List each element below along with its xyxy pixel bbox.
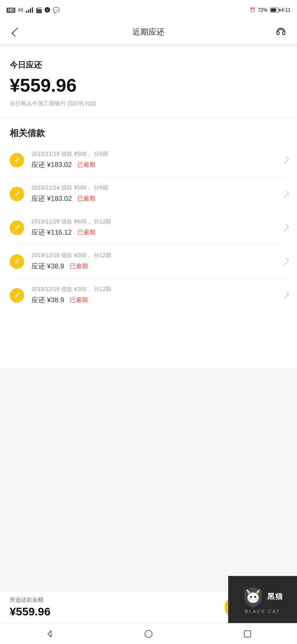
loans-section: 相关借款 ✓ 2019/11/19 借款 ¥500， 分6期 应还 ¥183.0… [10,127,287,312]
loan-amount-row-2: 应还 ¥183.02 已逾期 [31,194,280,203]
section-divider [0,117,297,118]
today-section: 今日应还 ¥559.96 当日将从中国工商银行 (0379) 扣款 [10,60,287,107]
chevron-right-5 [282,291,289,299]
back-arrow-icon [12,27,21,37]
loan-amount-row-5: 应还 ¥38.9 已逾期 [31,295,280,305]
selected-amount-section: 所选还款金额 ¥559.96 [10,597,50,618]
overdue-badge-5: 已逾期 [70,296,88,304]
loan-due-2: 应还 ¥183.02 [31,194,72,203]
nav-back-icon [45,630,54,638]
nav-recent-button[interactable] [198,623,297,644]
loan-header-3: 2019/11/28 借款 ¥600， 分12期 [31,218,280,225]
check-circle-1: ✓ [10,153,24,167]
blackcat-subtext: BLACK CAT [245,609,280,614]
status-left: HD 46 🎬 🅦 💬 [6,7,60,13]
nav-home-button[interactable] [99,623,198,644]
check-mark-5: ✓ [14,292,20,299]
loan-info-4: 2019/12/18 借款 ¥200， 分12期 应还 ¥38.9 已逾期 [31,252,280,271]
nav-back-button[interactable] [0,623,99,644]
status-right: ⏰ 72% 4:11 [250,7,291,13]
svg-marker-0 [48,631,51,637]
loan-due-5: 应还 ¥38.9 [31,295,64,305]
signal-bar-4 [32,7,33,13]
loan-item[interactable]: ✓ 2019/12/18 借款 ¥200， 分12期 应还 ¥38.9 已逾期 [10,245,287,279]
support-button[interactable] [273,24,289,40]
signal-bar-3 [30,8,31,13]
loan-info-1: 2019/11/19 借款 ¥500， 分6期 应还 ¥183.02 已逾期 [31,151,280,169]
chevron-right-3 [282,224,289,231]
check-mark-4: ✓ [14,258,20,265]
signal-bar-1 [26,11,27,13]
today-amount: ¥559.96 [10,74,287,96]
loan-header-1: 2019/11/19 借款 ¥500， 分6期 [31,151,280,158]
loan-item[interactable]: ✓ 2019/12/18 借款 ¥200， 分12期 应还 ¥38.9 已逾期 [10,279,287,312]
overdue-badge-1: 已逾期 [77,161,95,169]
signal-bar-2 [28,10,29,13]
loan-amount-row-4: 应还 ¥38.9 已逾期 [31,262,280,271]
check-mark-1: ✓ [14,157,20,164]
selected-amount: ¥559.96 [10,605,50,618]
overdue-badge-2: 已逾期 [77,195,95,202]
app-icon-2: 🅦 [45,7,50,13]
loans-section-title: 相关借款 [10,127,287,139]
today-label: 今日应还 [10,60,287,70]
loan-amount-row-1: 应还 ¥183.02 已逾期 [31,160,280,169]
alarm-icon: ⏰ [250,7,256,13]
check-mark-2: ✓ [14,190,20,198]
headphone-icon [275,27,287,38]
battery-percent: 72% [258,7,268,13]
signal-bars [26,7,33,13]
battery-icon [270,8,279,12]
loan-header-2: 2019/11/24 借款 ¥500， 分6期 [31,184,280,192]
check-circle-2: ✓ [10,187,24,201]
cat-icon [242,586,264,607]
loan-due-3: 应还 ¥116.12 [31,228,72,237]
loan-item[interactable]: ✓ 2019/11/19 借款 ¥500， 分6期 应还 ¥183.02 已逾期 [10,143,287,177]
page-title: 近期应还 [132,27,165,37]
chevron-right-4 [282,258,289,265]
loan-info-5: 2019/12/18 借款 ¥200， 分12期 应还 ¥38.9 已逾期 [31,286,280,305]
loan-item[interactable]: ✓ 2019/11/24 借款 ¥500， 分6期 应还 ¥183.02 已逾期 [10,177,287,211]
today-desc: 当日将从中国工商银行 (0379) 扣款 [10,100,287,107]
loan-due-4: 应还 ¥38.9 [31,262,64,271]
loan-info-3: 2019/11/28 借款 ¥600， 分12期 应还 ¥116.12 已逾期 [31,218,280,237]
loan-header-5: 2019/12/18 借款 ¥200， 分12期 [31,286,280,293]
battery-fill [271,8,276,12]
overdue-badge-4: 已逾期 [70,262,88,270]
loan-amount-row-3: 应还 ¥116.12 已逾期 [31,228,280,237]
nav-home-icon [144,630,153,638]
svg-point-1 [248,592,259,603]
overdue-badge-3: 已逾期 [77,229,95,236]
svg-point-6 [250,596,252,598]
selected-label: 所选还款金额 [10,597,50,604]
clock-time: 4:11 [281,7,291,13]
check-mark-3: ✓ [14,224,20,231]
loan-due-1: 应还 ¥183.02 [31,160,72,169]
header: 近期应还 [0,20,297,44]
svg-point-8 [252,599,254,599]
blackcat-text: 黑猫 [267,592,283,601]
signal-text: 46 [18,7,23,13]
chevron-right-1 [282,156,289,163]
loan-header-4: 2019/12/18 借款 ¥200， 分12期 [31,252,280,259]
status-bar: HD 46 🎬 🅦 💬 ⏰ 72% 4:11 [0,0,297,20]
svg-point-7 [254,596,256,598]
loan-item[interactable]: ✓ 2019/11/28 借款 ¥600， 分12期 应还 ¥116.12 已逾… [10,211,287,245]
loan-info-2: 2019/11/24 借款 ¥500， 分6期 应还 ¥183.02 已逾期 [31,184,280,203]
check-circle-5: ✓ [10,288,24,303]
check-circle-4: ✓ [10,254,24,269]
nav-recent-icon [244,630,251,638]
main-content: 今日应还 ¥559.96 当日将从中国工商银行 (0379) 扣款 相关借款 ✓… [0,48,297,369]
hd-badge: HD [6,8,15,13]
blackcat-watermark: 黑猫 BLACK CAT [228,576,297,623]
back-button[interactable] [8,24,24,40]
chevron-right-2 [282,190,289,197]
app-icon-3: 💬 [53,7,60,13]
app-icon-1: 🎬 [35,7,42,13]
blackcat-logo: 黑猫 [242,586,283,607]
nav-bar [0,623,297,644]
check-circle-3: ✓ [10,221,24,235]
